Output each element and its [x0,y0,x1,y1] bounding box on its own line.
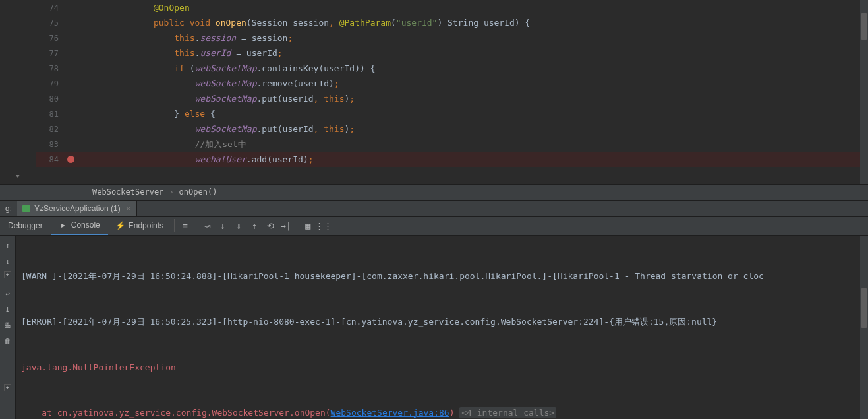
internal-calls-badge[interactable]: <4 internal calls> [459,407,556,418]
clear-icon[interactable]: 🗑 [1,335,14,348]
breakpoint-gutter[interactable] [65,156,76,163]
code-line[interactable]: 75 public void onOpen(Session session, @… [36,15,860,30]
line-number[interactable]: 78 [36,64,65,73]
code-editor[interactable]: 74 @OnOpen75 public void onOpen(Session … [36,0,860,184]
line-number[interactable]: 80 [36,94,65,104]
code-line[interactable]: 76 this.session = session; [36,30,860,46]
line-number[interactable]: 82 [36,125,65,134]
code-content[interactable]: this.userId = userId; [89,48,860,58]
stack-link[interactable]: WebSocketServer.java:86 [331,408,449,418]
console-icon: ▸ [59,220,68,230]
console-toolbar: ↑ ↓ + ↩ ⤓ 🖶 🗑 + [0,236,16,420]
scroll-to-end-icon[interactable]: ⤓ [1,304,14,317]
debug-toolbar: Debugger ▸ Console ⚡ Endpoints ≡ ⤻ ↓ ⇓ ↑… [0,217,868,236]
code-line[interactable]: 81 } else { [36,106,860,121]
run-label: g: [0,204,17,213]
step-into-icon[interactable]: ↓ [215,218,231,234]
collapse-icon[interactable]: ▾ [0,168,36,184]
code-line[interactable]: 79 webSocketMap.remove(userId); [36,76,860,91]
run-config-tab[interactable]: YzServiceApplication (1) × [17,201,137,216]
log-exception: java.lang.NullPointerException [21,360,855,375]
line-number[interactable]: 81 [36,110,65,119]
tab-console[interactable]: ▸ Console [51,217,108,235]
tab-endpoints[interactable]: ⚡ Endpoints [108,217,171,235]
up-icon[interactable]: ↑ [1,240,14,253]
code-line[interactable]: 80 webSocketMap.put(userId, this); [36,91,860,106]
code-line[interactable]: 84 wechatUser.add(userId); [36,152,860,167]
project-gutter: ▾ [0,0,36,184]
fold-plus-icon-2[interactable]: + [4,384,11,391]
console-output[interactable]: [WARN ]-[2021年-07月-29日 16:50:24.888]-[Hi… [16,236,860,420]
code-content[interactable]: webSocketMap.put(userId, this); [89,124,860,134]
drop-frame-icon[interactable]: ⟲ [262,218,278,234]
trace-icon[interactable]: ⋮⋮ [316,218,332,234]
code-line[interactable]: 77 this.userId = userId; [36,46,860,61]
code-content[interactable]: if (webSocketMap.containsKey(userId)) { [89,63,860,73]
close-icon[interactable]: × [126,203,131,213]
step-over-icon[interactable]: ⤻ [199,218,215,234]
spring-boot-icon [22,205,30,212]
run-to-cursor-icon[interactable]: →| [278,218,294,234]
fold-plus-icon[interactable]: + [4,271,11,278]
code-content[interactable]: webSocketMap.put(userId, this); [89,94,860,104]
breakpoint-icon[interactable] [67,156,74,163]
print-icon[interactable]: 🖶 [1,319,14,333]
breadcrumb[interactable]: WebSocketServer › onOpen() [0,184,868,200]
editor-area: ▾ 74 @OnOpen75 public void onOpen(Sessio… [0,0,868,184]
run-config-name: YzServiceApplication (1) [34,204,121,213]
code-line[interactable]: 74 @OnOpen [36,0,860,15]
down-icon[interactable]: ↓ [1,255,14,269]
line-number[interactable]: 79 [36,79,65,88]
line-number[interactable]: 76 [36,34,65,43]
log-error-line: [ERROR]-[2021年-07月-29日 16:50:25.323]-[ht… [21,314,855,329]
code-content[interactable]: public void onOpen(Session session, @Pat… [89,18,860,28]
chevron-right-icon: › [169,187,173,197]
softwrap-icon[interactable]: ↩ [1,288,14,301]
step-out-icon[interactable]: ↑ [246,218,262,234]
force-step-into-icon[interactable]: ⇓ [231,218,246,234]
endpoints-icon: ⚡ [116,221,125,230]
console-area: ↑ ↓ + ↩ ⤓ 🖶 🗑 + [WARN ]-[2021年-07月-29日 1… [0,236,868,420]
code-content[interactable]: } else { [89,109,860,119]
breadcrumb-method[interactable]: onOpen() [179,187,217,197]
line-number[interactable]: 74 [36,3,65,13]
tab-debugger[interactable]: Debugger [0,217,51,235]
toolbar-more-icon[interactable]: ≡ [177,218,193,234]
code-content[interactable]: //加入set中 [89,139,860,150]
code-content[interactable]: webSocketMap.remove(userId); [89,79,860,88]
breadcrumb-class[interactable]: WebSocketServer [92,187,163,197]
log-warn-line: [WARN ]-[2021年-07月-29日 16:50:24.888]-[Hi… [21,269,855,284]
line-number[interactable]: 84 [36,155,65,164]
line-number[interactable]: 77 [36,49,65,58]
code-line[interactable]: 78 if (webSocketMap.containsKey(userId))… [36,61,860,76]
code-content[interactable]: this.session = session; [89,33,860,43]
code-content[interactable]: wechatUser.add(userId); [89,154,860,164]
code-line[interactable]: 83 //加入set中 [36,137,860,152]
evaluate-icon[interactable]: ▦ [300,218,316,234]
code-line[interactable]: 82 webSocketMap.put(userId, this); [36,121,860,137]
run-tabs: g: YzServiceApplication (1) × [0,200,868,217]
code-content[interactable]: @OnOpen [89,3,860,13]
console-scrollbar[interactable] [860,236,868,420]
line-number[interactable]: 75 [36,18,65,28]
editor-scrollbar[interactable] [860,0,868,184]
line-number[interactable]: 83 [36,140,65,149]
